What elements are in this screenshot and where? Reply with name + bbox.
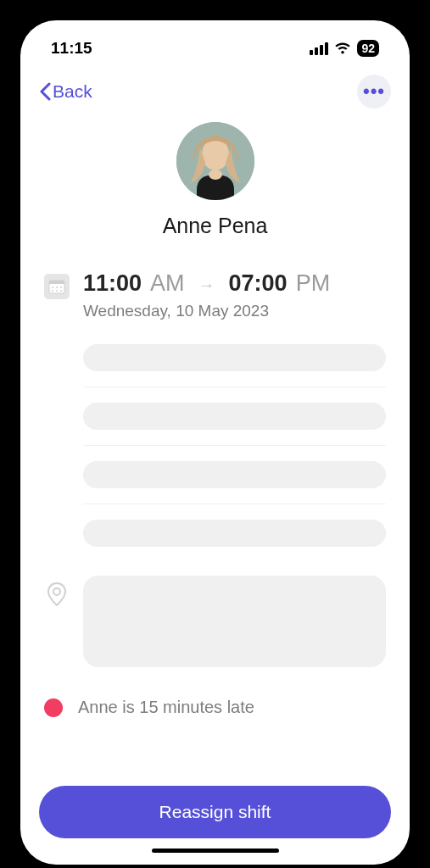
svg-point-11 xyxy=(53,588,60,595)
time-range: 11:00 AM → 07:00 PM xyxy=(83,270,386,297)
location-placeholder xyxy=(83,576,386,667)
back-button[interactable]: Back xyxy=(39,81,92,102)
svg-point-7 xyxy=(60,287,62,288)
shift-section: 11:00 AM → 07:00 PM Wednesday, 10 May 20… xyxy=(20,247,410,562)
start-ampm: AM xyxy=(150,270,185,297)
status-time: 11:15 xyxy=(51,39,92,58)
arrow-right-icon: → xyxy=(193,275,221,295)
wifi-icon xyxy=(334,42,351,55)
status-bar: 11:15 92 xyxy=(20,20,410,66)
list-item xyxy=(83,344,386,387)
svg-rect-4 xyxy=(49,281,64,284)
end-ampm: PM xyxy=(296,270,331,297)
svg-point-2 xyxy=(209,170,222,180)
home-indicator[interactable] xyxy=(152,849,279,853)
more-options-button[interactable]: ••• xyxy=(357,75,391,108)
location-row xyxy=(20,576,410,667)
time-info: 11:00 AM → 07:00 PM Wednesday, 10 May 20… xyxy=(83,270,386,320)
chevron-left-icon xyxy=(39,82,51,101)
late-status-row: Anne is 15 minutes late xyxy=(20,667,410,717)
list-item xyxy=(83,445,386,504)
status-dot xyxy=(44,698,63,717)
avatar[interactable] xyxy=(176,122,254,200)
start-time: 11:00 xyxy=(83,270,142,297)
location-pin-icon xyxy=(44,576,70,667)
cellular-signal-icon xyxy=(310,42,328,55)
screen: 11:15 92 Back ••• xyxy=(20,20,410,865)
shift-date: Wednesday, 10 May 2023 xyxy=(83,302,386,320)
list-item xyxy=(83,387,386,445)
list-item xyxy=(83,504,386,562)
device-frame: 11:15 92 Back ••• xyxy=(8,8,422,868)
more-horizontal-icon: ••• xyxy=(363,81,385,103)
calendar-icon xyxy=(44,274,70,299)
svg-point-6 xyxy=(56,287,58,288)
battery-indicator: 92 xyxy=(357,40,379,57)
profile-section: Anne Pena xyxy=(20,112,410,247)
status-icons: 92 xyxy=(310,40,379,57)
svg-point-5 xyxy=(52,287,53,288)
status-message: Anne is 15 minutes late xyxy=(78,698,254,717)
detail-list xyxy=(44,344,386,562)
profile-name: Anne Pena xyxy=(163,214,268,238)
svg-point-9 xyxy=(56,290,58,292)
shift-time-row: 11:00 AM → 07:00 PM Wednesday, 10 May 20… xyxy=(44,270,386,320)
end-time: 07:00 xyxy=(229,270,288,297)
reassign-shift-button[interactable]: Reassign shift xyxy=(39,786,391,838)
battery-level: 92 xyxy=(361,42,375,55)
svg-point-8 xyxy=(52,290,53,292)
back-label: Back xyxy=(53,81,92,102)
svg-point-10 xyxy=(60,290,62,292)
bottom-area: Reassign shift xyxy=(20,786,410,865)
nav-bar: Back ••• xyxy=(20,66,410,112)
